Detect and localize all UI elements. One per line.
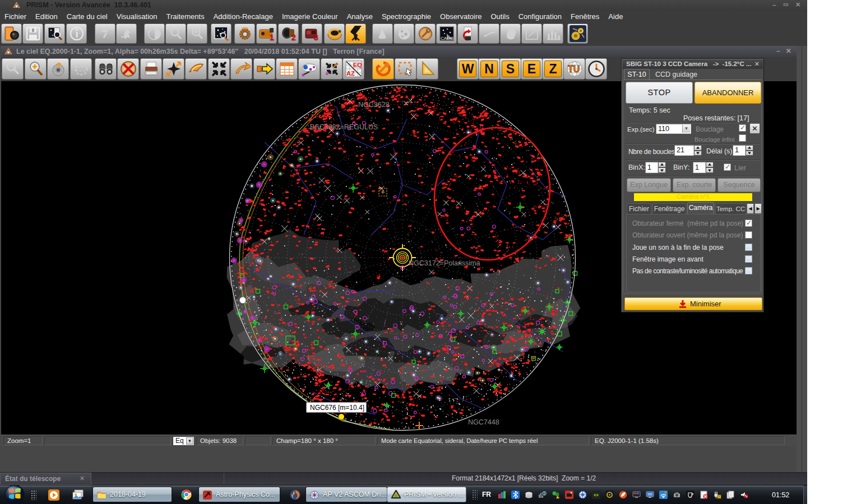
svg-text:EQ: EQ xyxy=(353,62,362,68)
svg-text:NGC3172=Polarissima: NGC3172=Polarissima xyxy=(409,259,480,267)
svg-text:BSC3982=REGULUS: BSC3982=REGULUS xyxy=(310,123,378,131)
svg-text:NGC676 [m=10.4]: NGC676 [m=10.4] xyxy=(310,404,364,412)
svg-text:1: 1 xyxy=(270,33,274,41)
svg-text:AZ: AZ xyxy=(346,70,355,77)
svg-text:3: 3 xyxy=(314,33,318,41)
svg-text:NGC3628: NGC3628 xyxy=(358,101,390,109)
svg-text:TU: TU xyxy=(568,64,580,74)
svg-text:NGC7448: NGC7448 xyxy=(468,418,499,426)
svg-text:CALIB: CALIB xyxy=(441,36,453,41)
svg-text:2: 2 xyxy=(291,33,296,41)
